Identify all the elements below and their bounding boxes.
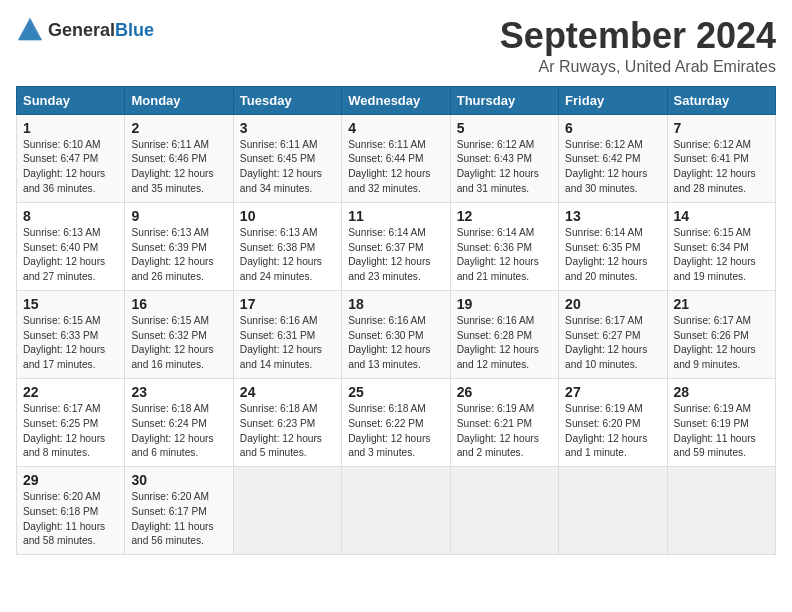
day-info: Sunrise: 6:14 AMSunset: 6:35 PMDaylight:… bbox=[565, 226, 660, 285]
calendar-day-cell: 1Sunrise: 6:10 AMSunset: 6:47 PMDaylight… bbox=[17, 114, 125, 202]
day-number: 3 bbox=[240, 120, 335, 136]
day-number: 28 bbox=[674, 384, 769, 400]
day-number: 30 bbox=[131, 472, 226, 488]
day-number: 17 bbox=[240, 296, 335, 312]
day-number: 2 bbox=[131, 120, 226, 136]
calendar-day-cell: 15Sunrise: 6:15 AMSunset: 6:33 PMDayligh… bbox=[17, 290, 125, 378]
day-number: 10 bbox=[240, 208, 335, 224]
calendar-day-cell bbox=[667, 467, 775, 555]
calendar-day-cell: 22Sunrise: 6:17 AMSunset: 6:25 PMDayligh… bbox=[17, 378, 125, 466]
weekday-header-row: SundayMondayTuesdayWednesdayThursdayFrid… bbox=[17, 86, 776, 114]
weekday-header-thursday: Thursday bbox=[450, 86, 558, 114]
day-number: 18 bbox=[348, 296, 443, 312]
day-info: Sunrise: 6:12 AMSunset: 6:42 PMDaylight:… bbox=[565, 138, 660, 197]
day-number: 29 bbox=[23, 472, 118, 488]
calendar-week-row: 29Sunrise: 6:20 AMSunset: 6:18 PMDayligh… bbox=[17, 467, 776, 555]
calendar-day-cell: 19Sunrise: 6:16 AMSunset: 6:28 PMDayligh… bbox=[450, 290, 558, 378]
calendar-day-cell: 28Sunrise: 6:19 AMSunset: 6:19 PMDayligh… bbox=[667, 378, 775, 466]
calendar-day-cell bbox=[342, 467, 450, 555]
logo-icon bbox=[16, 16, 44, 44]
month-title: September 2024 bbox=[500, 16, 776, 56]
day-info: Sunrise: 6:11 AMSunset: 6:44 PMDaylight:… bbox=[348, 138, 443, 197]
calendar-day-cell bbox=[450, 467, 558, 555]
logo-text-blue: Blue bbox=[115, 21, 154, 39]
day-info: Sunrise: 6:19 AMSunset: 6:20 PMDaylight:… bbox=[565, 402, 660, 461]
day-info: Sunrise: 6:12 AMSunset: 6:41 PMDaylight:… bbox=[674, 138, 769, 197]
day-number: 1 bbox=[23, 120, 118, 136]
day-info: Sunrise: 6:11 AMSunset: 6:45 PMDaylight:… bbox=[240, 138, 335, 197]
weekday-header-monday: Monday bbox=[125, 86, 233, 114]
calendar-day-cell bbox=[559, 467, 667, 555]
day-info: Sunrise: 6:20 AMSunset: 6:18 PMDaylight:… bbox=[23, 490, 118, 549]
calendar-day-cell: 24Sunrise: 6:18 AMSunset: 6:23 PMDayligh… bbox=[233, 378, 341, 466]
day-info: Sunrise: 6:10 AMSunset: 6:47 PMDaylight:… bbox=[23, 138, 118, 197]
calendar-day-cell bbox=[233, 467, 341, 555]
calendar-day-cell: 2Sunrise: 6:11 AMSunset: 6:46 PMDaylight… bbox=[125, 114, 233, 202]
calendar-day-cell: 4Sunrise: 6:11 AMSunset: 6:44 PMDaylight… bbox=[342, 114, 450, 202]
calendar-day-cell: 20Sunrise: 6:17 AMSunset: 6:27 PMDayligh… bbox=[559, 290, 667, 378]
calendar-day-cell: 10Sunrise: 6:13 AMSunset: 6:38 PMDayligh… bbox=[233, 202, 341, 290]
calendar-day-cell: 27Sunrise: 6:19 AMSunset: 6:20 PMDayligh… bbox=[559, 378, 667, 466]
day-number: 4 bbox=[348, 120, 443, 136]
day-number: 27 bbox=[565, 384, 660, 400]
day-info: Sunrise: 6:15 AMSunset: 6:32 PMDaylight:… bbox=[131, 314, 226, 373]
calendar-day-cell: 6Sunrise: 6:12 AMSunset: 6:42 PMDaylight… bbox=[559, 114, 667, 202]
day-number: 15 bbox=[23, 296, 118, 312]
day-number: 20 bbox=[565, 296, 660, 312]
page-header: GeneralBlue September 2024 Ar Ruways, Un… bbox=[16, 16, 776, 76]
calendar-day-cell: 14Sunrise: 6:15 AMSunset: 6:34 PMDayligh… bbox=[667, 202, 775, 290]
day-info: Sunrise: 6:11 AMSunset: 6:46 PMDaylight:… bbox=[131, 138, 226, 197]
calendar-day-cell: 7Sunrise: 6:12 AMSunset: 6:41 PMDaylight… bbox=[667, 114, 775, 202]
weekday-header-wednesday: Wednesday bbox=[342, 86, 450, 114]
calendar-table: SundayMondayTuesdayWednesdayThursdayFrid… bbox=[16, 86, 776, 556]
calendar-week-row: 15Sunrise: 6:15 AMSunset: 6:33 PMDayligh… bbox=[17, 290, 776, 378]
calendar-day-cell: 8Sunrise: 6:13 AMSunset: 6:40 PMDaylight… bbox=[17, 202, 125, 290]
day-info: Sunrise: 6:20 AMSunset: 6:17 PMDaylight:… bbox=[131, 490, 226, 549]
calendar-day-cell: 9Sunrise: 6:13 AMSunset: 6:39 PMDaylight… bbox=[125, 202, 233, 290]
day-number: 23 bbox=[131, 384, 226, 400]
calendar-week-row: 22Sunrise: 6:17 AMSunset: 6:25 PMDayligh… bbox=[17, 378, 776, 466]
calendar-day-cell: 5Sunrise: 6:12 AMSunset: 6:43 PMDaylight… bbox=[450, 114, 558, 202]
day-info: Sunrise: 6:12 AMSunset: 6:43 PMDaylight:… bbox=[457, 138, 552, 197]
day-info: Sunrise: 6:17 AMSunset: 6:27 PMDaylight:… bbox=[565, 314, 660, 373]
day-number: 24 bbox=[240, 384, 335, 400]
calendar-day-cell: 17Sunrise: 6:16 AMSunset: 6:31 PMDayligh… bbox=[233, 290, 341, 378]
day-info: Sunrise: 6:15 AMSunset: 6:33 PMDaylight:… bbox=[23, 314, 118, 373]
day-info: Sunrise: 6:16 AMSunset: 6:30 PMDaylight:… bbox=[348, 314, 443, 373]
weekday-header-sunday: Sunday bbox=[17, 86, 125, 114]
title-area: September 2024 Ar Ruways, United Arab Em… bbox=[500, 16, 776, 76]
day-number: 22 bbox=[23, 384, 118, 400]
day-number: 8 bbox=[23, 208, 118, 224]
day-info: Sunrise: 6:19 AMSunset: 6:21 PMDaylight:… bbox=[457, 402, 552, 461]
day-info: Sunrise: 6:19 AMSunset: 6:19 PMDaylight:… bbox=[674, 402, 769, 461]
day-info: Sunrise: 6:17 AMSunset: 6:26 PMDaylight:… bbox=[674, 314, 769, 373]
day-number: 21 bbox=[674, 296, 769, 312]
day-number: 6 bbox=[565, 120, 660, 136]
day-info: Sunrise: 6:16 AMSunset: 6:28 PMDaylight:… bbox=[457, 314, 552, 373]
weekday-header-saturday: Saturday bbox=[667, 86, 775, 114]
day-info: Sunrise: 6:13 AMSunset: 6:39 PMDaylight:… bbox=[131, 226, 226, 285]
day-number: 5 bbox=[457, 120, 552, 136]
day-number: 7 bbox=[674, 120, 769, 136]
logo: GeneralBlue bbox=[16, 16, 154, 44]
calendar-day-cell: 29Sunrise: 6:20 AMSunset: 6:18 PMDayligh… bbox=[17, 467, 125, 555]
day-number: 11 bbox=[348, 208, 443, 224]
calendar-day-cell: 13Sunrise: 6:14 AMSunset: 6:35 PMDayligh… bbox=[559, 202, 667, 290]
logo-text-general: General bbox=[48, 21, 115, 39]
calendar-day-cell: 18Sunrise: 6:16 AMSunset: 6:30 PMDayligh… bbox=[342, 290, 450, 378]
day-info: Sunrise: 6:13 AMSunset: 6:38 PMDaylight:… bbox=[240, 226, 335, 285]
calendar-day-cell: 25Sunrise: 6:18 AMSunset: 6:22 PMDayligh… bbox=[342, 378, 450, 466]
calendar-day-cell: 11Sunrise: 6:14 AMSunset: 6:37 PMDayligh… bbox=[342, 202, 450, 290]
calendar-week-row: 1Sunrise: 6:10 AMSunset: 6:47 PMDaylight… bbox=[17, 114, 776, 202]
day-info: Sunrise: 6:18 AMSunset: 6:24 PMDaylight:… bbox=[131, 402, 226, 461]
day-number: 25 bbox=[348, 384, 443, 400]
day-info: Sunrise: 6:16 AMSunset: 6:31 PMDaylight:… bbox=[240, 314, 335, 373]
day-info: Sunrise: 6:14 AMSunset: 6:37 PMDaylight:… bbox=[348, 226, 443, 285]
day-number: 16 bbox=[131, 296, 226, 312]
day-number: 12 bbox=[457, 208, 552, 224]
day-number: 13 bbox=[565, 208, 660, 224]
weekday-header-tuesday: Tuesday bbox=[233, 86, 341, 114]
calendar-day-cell: 23Sunrise: 6:18 AMSunset: 6:24 PMDayligh… bbox=[125, 378, 233, 466]
day-info: Sunrise: 6:15 AMSunset: 6:34 PMDaylight:… bbox=[674, 226, 769, 285]
calendar-week-row: 8Sunrise: 6:13 AMSunset: 6:40 PMDaylight… bbox=[17, 202, 776, 290]
